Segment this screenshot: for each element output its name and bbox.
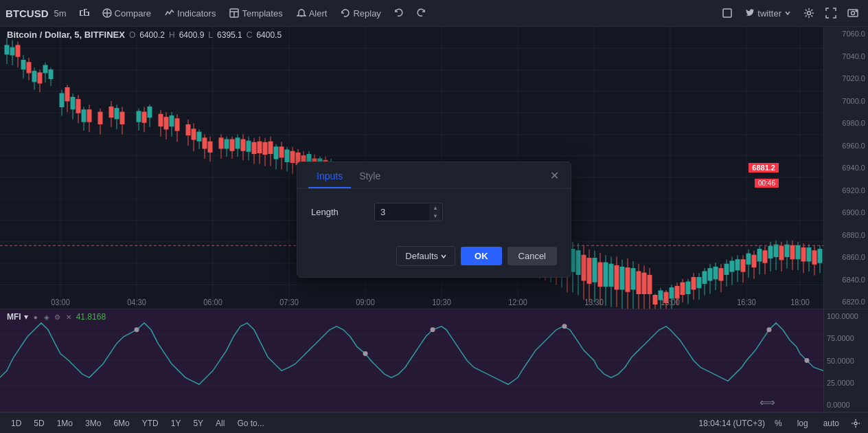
svg-rect-100 [175, 119, 179, 131]
svg-rect-268 [675, 287, 679, 298]
mfi-chart[interactable]: MFI ▾ ● ◈ ⚙ ✕ 41.8168 [0, 309, 823, 412]
svg-rect-52 [32, 71, 36, 82]
svg-rect-0 [80, 10, 81, 16]
replay-label: Replay [353, 8, 380, 19]
timeframe-1mo[interactable]: 1Mo [52, 417, 78, 430]
auto-button[interactable]: auto [818, 417, 845, 430]
timeframe-5d[interactable]: 5D [28, 417, 49, 430]
svg-rect-48 [10, 47, 14, 55]
svg-text:09:00: 09:00 [356, 298, 375, 306]
svg-rect-112 [236, 138, 240, 148]
indicators-button[interactable]: Indicators [159, 5, 221, 21]
svg-rect-282 [779, 246, 784, 259]
svg-rect-116 [274, 147, 278, 159]
timeframe-all[interactable]: All [210, 417, 230, 430]
mfi-panel: MFI ▾ ● ◈ ⚙ ✕ 41.8168 [0, 309, 868, 412]
chart-type-button[interactable] [75, 3, 94, 23]
timeframe-1y[interactable]: 1Y [165, 417, 187, 430]
window-button[interactable] [718, 3, 737, 23]
timeframe-1d[interactable]: 1D [5, 417, 27, 430]
twitter-button[interactable]: twitter [740, 5, 797, 21]
ohlc-o-label: O [129, 30, 135, 40]
mfi-close-button[interactable]: ✕ [64, 312, 73, 322]
alert-label: Alert [309, 8, 328, 19]
svg-text:06:00: 06:00 [203, 298, 222, 306]
length-input-wrap: ▲ ▼ [374, 203, 443, 221]
timeframe-ytd[interactable]: YTD [137, 417, 164, 430]
svg-rect-88 [98, 112, 102, 124]
goto-button[interactable]: Go to... [231, 417, 269, 430]
svg-text:07:30: 07:30 [279, 298, 299, 306]
mfi-axis-1: 100.0000 [827, 312, 865, 320]
svg-rect-308 [735, 260, 740, 270]
svg-text:18:00: 18:00 [790, 298, 810, 306]
svg-rect-270 [681, 282, 685, 294]
screenshot-button[interactable] [843, 3, 863, 23]
svg-rect-198 [582, 255, 586, 280]
svg-rect-318 [785, 245, 789, 256]
settings-icon-bottom[interactable] [849, 417, 863, 430]
ohlc-o-val: 6400.2 [139, 30, 165, 40]
mfi-axis: 100.0000 75.0000 50.0000 25.0000 0.0000 [823, 309, 868, 412]
svg-rect-264 [653, 296, 657, 304]
timeframe-5y[interactable]: 5Y [187, 417, 209, 430]
svg-rect-322 [807, 248, 811, 261]
templates-button[interactable]: Templates [224, 5, 288, 21]
ok-button[interactable]: OK [461, 247, 502, 265]
svg-rect-54 [43, 65, 47, 73]
tab-inputs[interactable]: Inputs [308, 162, 351, 188]
svg-text:15:00: 15:00 [661, 298, 680, 306]
svg-rect-94 [142, 112, 146, 122]
settings-button[interactable] [799, 3, 819, 23]
compare-button[interactable]: Compare [97, 5, 157, 21]
svg-rect-206 [626, 268, 630, 292]
mfi-settings-button[interactable]: ⚙ [53, 312, 62, 322]
spinner-down-button[interactable]: ▼ [429, 212, 442, 221]
svg-rect-50 [21, 60, 25, 69]
log-button[interactable]: log [792, 417, 814, 430]
expand-mfi-button[interactable]: ⟺ [760, 396, 775, 409]
mfi-controls: ● ◈ ⚙ ✕ [31, 312, 73, 322]
mfi-pin-button[interactable]: ◈ [42, 312, 52, 322]
svg-rect-110 [219, 138, 223, 148]
svg-rect-8 [86, 15, 89, 16]
svg-rect-250 [604, 263, 608, 287]
ohlc-l-label: L [208, 30, 213, 40]
twitter-label: twitter [757, 8, 781, 19]
fullscreen-button[interactable] [821, 3, 841, 23]
alert-button[interactable]: Alert [291, 5, 333, 21]
datetime-label: 18:04:14 (UTC+3) [699, 419, 765, 428]
symbol-label[interactable]: BTCUSD [5, 8, 49, 19]
mfi-title: MFI [7, 312, 21, 322]
replay-button[interactable]: Replay [335, 5, 386, 21]
templates-label: Templates [242, 8, 282, 19]
timeframe-3mo[interactable]: 3Mo [80, 417, 106, 430]
length-field-row: Length ▲ ▼ [311, 203, 557, 221]
svg-point-18 [808, 12, 811, 15]
defaults-button[interactable]: Defaults [396, 246, 455, 266]
svg-rect-302 [713, 267, 718, 279]
tab-style[interactable]: Style [351, 162, 389, 188]
top-toolbar: BTCUSD 5m Compare Indicators Templates [0, 0, 868, 27]
cancel-button[interactable]: Cancel [507, 247, 557, 265]
timeframe-6mo[interactable]: 6Mo [108, 417, 135, 430]
price-label-7: 6940.0 [827, 164, 865, 172]
spinner-up-button[interactable]: ▲ [429, 204, 442, 212]
svg-rect-130 [252, 142, 256, 153]
mfi-eye-button[interactable]: ● [31, 312, 41, 322]
svg-rect-280 [763, 251, 767, 263]
svg-text:10:30: 10:30 [432, 298, 451, 306]
svg-rect-204 [615, 265, 619, 289]
svg-rect-76 [170, 115, 174, 126]
redo-button[interactable] [411, 3, 431, 23]
svg-rect-138 [279, 147, 284, 157]
modal-footer: Defaults OK Cancel [297, 246, 571, 277]
undo-button[interactable] [389, 3, 409, 23]
timeframe-label[interactable]: 5m [54, 8, 67, 19]
svg-text:04:30: 04:30 [127, 298, 146, 306]
svg-rect-134 [263, 142, 267, 154]
percent-button[interactable]: % [769, 417, 788, 430]
chart-title: Bitcoin / Dollar, 5, BITFINEX [7, 30, 125, 40]
price-label-5: 6980.0 [827, 119, 865, 127]
modal-close-button[interactable]: ✕ [546, 167, 562, 184]
